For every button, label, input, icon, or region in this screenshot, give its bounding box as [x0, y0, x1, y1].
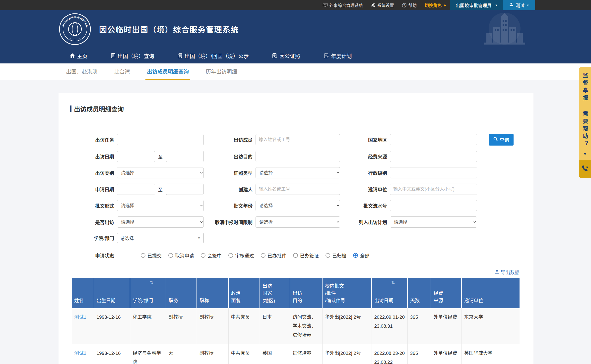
sort-arrows-icon[interactable]: ⇅ [391, 280, 395, 285]
admin-level-input[interactable] [390, 167, 477, 178]
chevron-down-icon: ▼ [526, 4, 529, 7]
apply-date-end-input[interactable] [166, 184, 204, 195]
member-name-link[interactable]: 测试1 [74, 314, 86, 320]
tab-taiwan[interactable]: 赴台湾 [113, 63, 131, 80]
field-label: 批文年份 [204, 202, 256, 209]
is-visited-select[interactable]: 请选择 [117, 216, 204, 228]
status-radio-4[interactable]: 审核通过 [228, 252, 254, 259]
table-header-cell[interactable]: 学院/部门⇅ [130, 278, 166, 308]
nav-item-publicity[interactable]: 出国（境）/回国（境）公示 [178, 52, 249, 59]
inviting-unit-input[interactable] [390, 184, 477, 195]
document-search-icon [272, 53, 277, 58]
content-card: 出访成员明细查询 出访任务 出访成员 国家地区 查询 出访日期 至 出访目的 经… [59, 93, 533, 364]
radio-dot [201, 253, 205, 258]
passport-type-select[interactable]: 请选择 [256, 167, 340, 178]
nav-item-abroad-query[interactable]: 出国（境）查询 [111, 52, 154, 59]
field-label: 出访目的 [204, 153, 256, 160]
field-label: 列入出访计划 [340, 219, 390, 225]
department-select[interactable]: 请选择 ▼ [117, 233, 204, 243]
table-header-cell: 出生日期 [94, 278, 130, 308]
document-stack-icon [178, 53, 182, 58]
status-radio-2[interactable]: 取消申请 [168, 252, 194, 259]
cancel-limit-select[interactable]: 请选择 [256, 216, 340, 228]
divider [70, 120, 522, 120]
field-label: 学院/部门 [70, 235, 117, 241]
document-list-icon [111, 53, 115, 58]
funding-source-input[interactable] [390, 151, 477, 162]
topbar-help-label: 帮助 [408, 2, 417, 8]
country-region-input[interactable] [390, 134, 477, 145]
member-name-link[interactable]: 测试2 [74, 351, 86, 356]
floating-side-panel: 监督举报 需要帮助？ ▼ [579, 67, 591, 178]
form-row: 申请日期 至 创建人 邀请单位 [70, 184, 522, 195]
visit-member-input[interactable] [256, 134, 340, 145]
current-role-dropdown[interactable]: 出国境审批管理员 ▼ [450, 0, 503, 10]
gear-icon [371, 3, 375, 7]
sort-arrows-icon[interactable]: ⇅ [150, 280, 153, 285]
chevron-down-icon: ▼ [495, 4, 498, 7]
switch-role-button[interactable]: 切换角色 ▶ [421, 0, 450, 10]
status-radio-7[interactable]: 已归档 [326, 252, 346, 259]
table-cell: 进修培养 [290, 344, 322, 364]
nav-item-official-passport[interactable]: 因公证照 [272, 52, 300, 59]
plan-edit-icon [324, 53, 329, 58]
radio-label: 全部 [360, 252, 369, 259]
table-header-cell: 姓名 [72, 278, 94, 308]
table-cell: 华外出[2022] 2号 [322, 344, 372, 364]
radio-label: 已提交 [147, 252, 162, 259]
in-plan-select[interactable]: 请选择 [390, 216, 477, 228]
table-header-cell: 职务 [166, 278, 197, 308]
tab-history-visits[interactable]: 历年出访明细 [204, 63, 239, 80]
member-name-cell: 测试1 [72, 308, 94, 344]
nav-item-annual-plan[interactable]: 年度计划 [324, 52, 352, 59]
table-cell: 外单位经费 [431, 308, 461, 344]
export-data-link[interactable]: 导出数据 [495, 269, 520, 275]
nav-item-home[interactable]: 主页 [70, 52, 87, 59]
topbar-help-link[interactable]: ? 帮助 [398, 0, 421, 10]
status-radio-5[interactable]: 已办批件 [261, 252, 286, 259]
range-to-label: 至 [155, 153, 166, 160]
status-radio-3[interactable]: 会签中 [201, 252, 222, 259]
approval-year-select[interactable]: 请选择 [256, 200, 340, 211]
table-header-row: 姓名出生日期学院/部门⇅职务职称政治 面貌出访 国家 (地区)出访 目的校内批文… [72, 278, 520, 308]
table-header-cell: 政治 面貌 [228, 278, 260, 308]
chevron-down-icon: ▼ [197, 236, 200, 240]
approval-serial-input[interactable] [390, 200, 477, 211]
top-utility-bar: 外事综合管理系统 系统设置 ? 帮助 切换角色 ▶ 出国境审批管理员 ▼ 测试 … [0, 0, 591, 10]
topbar-system-link[interactable]: 外事综合管理系统 [319, 0, 367, 10]
field-label: 证照类型 [204, 169, 256, 176]
status-radio-1[interactable]: 已提交 [141, 252, 162, 259]
creator-input[interactable] [256, 184, 340, 195]
visit-purpose-input[interactable] [256, 151, 340, 162]
need-help-link[interactable]: 需要帮助？ [581, 111, 589, 148]
table-cell: 365 [407, 344, 431, 364]
topbar-settings-link[interactable]: 系统设置 [367, 0, 398, 10]
visit-task-input[interactable] [117, 134, 204, 145]
field-label: 申请日期 [70, 186, 117, 193]
approval-form-select[interactable]: 请选择 [117, 200, 204, 211]
main-navigation: 主页 出国（境）查询 出国（境）/回国（境）公示 因公证照 年度计划 [0, 48, 591, 63]
table-header-cell[interactable]: 出访日期⇅ [372, 278, 407, 308]
visit-date-end-input[interactable] [166, 151, 204, 162]
nav-item-label: 出国（境）查询 [118, 52, 154, 59]
form-row: 是否出访 请选择 取消申报时间限制 请选择 列入出访计划 请选择 [70, 216, 522, 228]
hotline-phone-button[interactable] [579, 160, 591, 178]
table-cell: 副教授 [197, 344, 228, 364]
user-menu[interactable]: 测试 ▼ [503, 0, 535, 10]
supervision-report-link[interactable]: 监督举报 [581, 73, 589, 103]
apply-date-start-input[interactable] [117, 184, 155, 195]
table-header-cell: 邀请单位 [461, 278, 520, 308]
table-row: 测试21993-12-16经济与金融学院无副教授中共党员英国进修培养华外出[20… [72, 344, 520, 364]
search-button[interactable]: 查询 [489, 134, 514, 146]
phone-icon [581, 165, 589, 173]
status-radio-8[interactable]: 全部 [353, 252, 369, 259]
tab-member-detail-query[interactable]: 出访成员明细查询 [145, 63, 190, 80]
nav-item-label: 因公证照 [279, 52, 300, 59]
tab-abroad-hkmacau[interactable]: 出国、赴港澳 [65, 63, 99, 80]
chevron-down-icon[interactable]: ▼ [583, 152, 587, 156]
visit-date-start-input[interactable] [117, 151, 155, 162]
status-radio-6[interactable]: 已办签证 [293, 252, 319, 259]
form-row: 出访日期 至 出访目的 经费来源 [70, 151, 522, 162]
visit-category-select[interactable]: 请选择 [117, 167, 204, 178]
nav-item-label: 主页 [77, 52, 87, 59]
